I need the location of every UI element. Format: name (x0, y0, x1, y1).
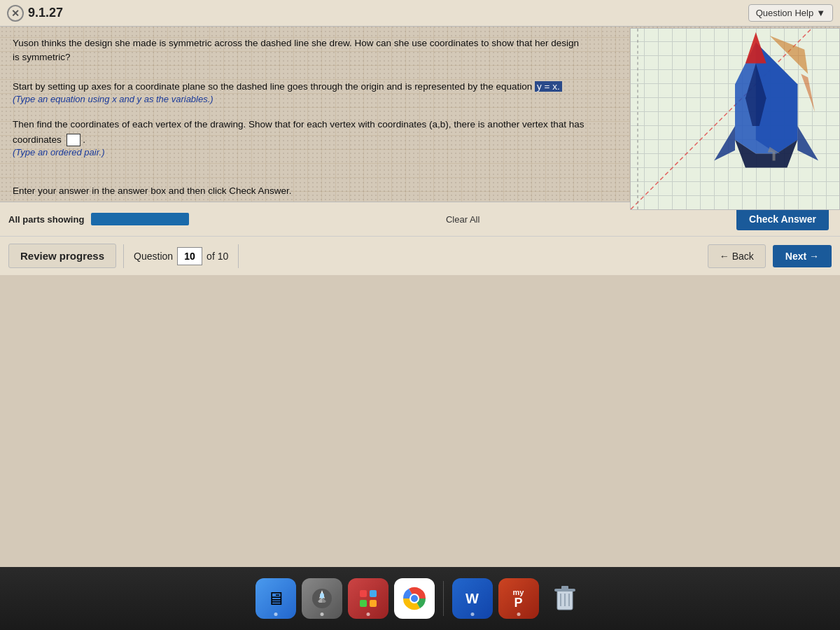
close-icon[interactable]: ✕ (7, 5, 24, 22)
screen: ✕ 9.1.27 Question Help ▼ Yuson thinks th… (0, 0, 840, 630)
launchpad-dot (320, 612, 323, 616)
instruction1-prefix: Start by setting up axes for a coordinat… (13, 81, 532, 92)
chrome-icon[interactable] (394, 578, 435, 619)
apps-dot (366, 612, 370, 616)
word-letter: W (465, 591, 479, 607)
svg-point-15 (320, 593, 324, 598)
svg-marker-4 (714, 126, 735, 161)
of-label: of 10 (206, 251, 228, 262)
instruction1-equation: y = x. (535, 81, 562, 92)
clear-all-button[interactable]: Clear All (196, 214, 729, 225)
word-icon[interactable]: W (452, 578, 493, 619)
svg-marker-3 (746, 32, 766, 64)
instruction2-note: (Type an ordered pair.) (13, 147, 589, 158)
graph-area (630, 28, 840, 210)
taskbar-divider (443, 581, 444, 616)
myp-dot (517, 612, 520, 616)
apps-grid-icon (357, 587, 379, 610)
svg-point-22 (411, 595, 418, 602)
svg-marker-5 (797, 126, 818, 161)
question-number-input[interactable] (177, 247, 202, 265)
next-button[interactable]: Next → (773, 245, 832, 267)
main-content-wrapper: ✕ 9.1.27 Question Help ▼ Yuson thinks th… (0, 0, 840, 567)
all-parts-label: All parts showing (8, 214, 84, 225)
question-help-button[interactable]: Question Help ▼ (748, 4, 833, 22)
svg-rect-17 (370, 590, 377, 597)
myp-text-my: my (513, 589, 524, 596)
review-progress-button[interactable]: Review progress (8, 244, 116, 268)
svg-rect-16 (360, 590, 367, 597)
main-content: ✕ 9.1.27 Question Help ▼ Yuson thinks th… (0, 0, 840, 275)
answer-input-inline[interactable] (66, 134, 80, 146)
instruction-line-2: Then find the coordinates of each vertex… (13, 117, 589, 147)
svg-rect-25 (561, 586, 568, 590)
svg-marker-9 (801, 74, 815, 113)
svg-rect-18 (360, 600, 367, 607)
instruction2-prefix: Then find the coordinates of each vertex… (13, 119, 584, 145)
rocket-icon (311, 587, 333, 610)
question-indicator: Question of 10 (123, 244, 239, 268)
trash-icon[interactable] (545, 578, 585, 619)
question-main-text: Yuson thinks the design she made is symm… (13, 36, 587, 65)
instruction1-note: (Type an equation using x and y as the v… (13, 94, 589, 104)
rocket-svg (631, 29, 839, 209)
instruction-line-1: Start by setting up axes for a coordinat… (13, 79, 589, 94)
problem-number-text: 9.1.27 (28, 6, 63, 20)
question-help-label: Question Help (756, 8, 813, 18)
dropdown-icon: ▼ (816, 8, 825, 18)
dashed-lines (631, 29, 645, 209)
bottom-bar: All parts showing Clear All Check Answer… (0, 202, 840, 275)
svg-rect-19 (370, 600, 377, 607)
launchpad-icon[interactable] (302, 578, 342, 619)
problem-number: ✕ 9.1.27 (7, 5, 63, 22)
trash-svg-icon (552, 583, 578, 614)
nav-row: Review progress Question of 10 ← Back Ne… (0, 237, 840, 275)
top-bar: ✕ 9.1.27 Question Help ▼ (0, 0, 840, 27)
myp-text-p: P (514, 596, 522, 609)
question-label: Question (134, 251, 173, 262)
finder-emoji: 🖥 (267, 588, 285, 610)
finder-dot (274, 612, 277, 616)
graph-grid (631, 29, 839, 209)
word-dot (470, 612, 474, 616)
chrome-svg-icon (402, 586, 427, 611)
myp-icon[interactable]: my P (498, 578, 539, 619)
progress-bar (91, 213, 189, 225)
finder-icon[interactable]: 🖥 (255, 578, 296, 619)
taskbar: 🖥 (0, 567, 840, 630)
back-button[interactable]: ← Back (708, 244, 766, 268)
apps-icon[interactable] (348, 578, 388, 619)
chrome-dot (412, 612, 416, 616)
instruction2-suffix: . (83, 134, 85, 145)
instructions-area: Start by setting up axes for a coordinat… (0, 72, 602, 165)
check-answer-button[interactable]: Check Answer (736, 208, 829, 230)
